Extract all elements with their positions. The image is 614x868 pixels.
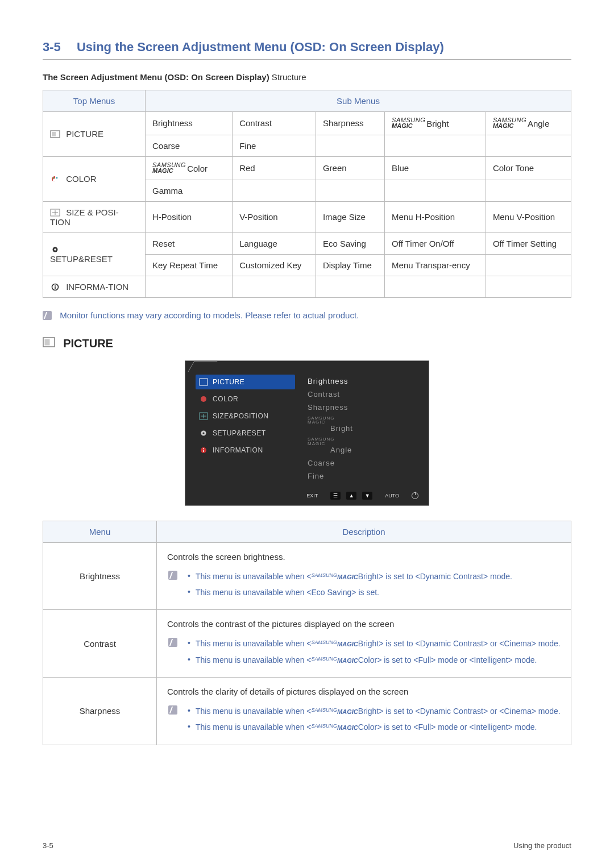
desc-table: Menu Description Brightness Controls the… (43, 521, 571, 745)
osd-left-label: SIZE&POSITION (213, 412, 269, 420)
cell: Color Tone (486, 156, 571, 180)
magic-logo: SAMSUNGMAGIC (312, 722, 358, 732)
magic-magic: MAGIC (337, 574, 358, 580)
cell (316, 276, 384, 297)
osd-left-info: INFORMATION (196, 443, 295, 458)
desc-item: This menu is unavailable when <Eco Savin… (188, 584, 561, 600)
top-menu-size: SIZE & POSI-TION (43, 201, 146, 232)
desc-text-post: > is set to <Full> mode or <Intelligent>… (377, 722, 537, 732)
desc-text-post: > is set to <Dynamic Contrast> or <Cinem… (379, 639, 560, 648)
desc-text-suffix: Bright (358, 707, 379, 716)
desc-item: This menu is unavailable when <SAMSUNGMA… (188, 568, 561, 584)
svg-point-6 (54, 248, 56, 251)
svg-rect-18 (203, 450, 204, 452)
note-text: Monitor functions may vary according to … (60, 310, 359, 320)
cell: SAMSUNG MAGIC Color (146, 156, 233, 180)
cell: Menu H-Position (385, 201, 486, 232)
structure-light: Structure (269, 72, 306, 82)
info-icon (50, 283, 60, 291)
cell (385, 276, 486, 297)
desc-text-post: > is set to <Dynamic Contrast> or <Cinem… (379, 707, 560, 716)
page-footer: 3-5 Using the product (43, 841, 571, 850)
cell: Key Repeat Time (146, 254, 233, 276)
picture-heading-row: PICTURE (43, 337, 571, 351)
desc-text-post: > is set to <Full> mode or <Intelligent>… (377, 655, 537, 665)
desc-item: This menu is unavailable when <SAMSUNGMA… (188, 652, 561, 668)
osd-left-label: SETUP&RESET (213, 429, 266, 437)
magic-logo: SAMSUNG MAGIC (392, 118, 425, 129)
svg-point-19 (203, 448, 204, 449)
magic-samsung: SAMSUNG (312, 574, 338, 578)
magic-samsung: SAMSUNG (312, 724, 338, 728)
desc-sharpness-body: Controls the clarity of details of pictu… (157, 678, 571, 745)
osd-left-label: PICTURE (213, 378, 244, 386)
th-menu: Menu (43, 521, 157, 542)
osd-right-sharpness: Sharpness (306, 401, 418, 414)
cell: Red (233, 156, 316, 180)
cell-text: Bright (426, 119, 449, 128)
note-row: Monitor functions may vary according to … (43, 310, 571, 320)
section-title: Using the Screen Adjustment Menu (OSD: O… (77, 40, 444, 54)
magic-logo: SAMSUNGMAGIC (312, 707, 358, 716)
osd-right-label: Angle (330, 446, 352, 454)
osd-left-color: COLOR (196, 392, 295, 406)
desc-sharpness-name: Sharpness (43, 678, 157, 745)
picture-icon (50, 130, 60, 138)
top-menu-info: INFORMA-TION (43, 276, 146, 297)
desc-contrast-name: Contrast (43, 610, 157, 678)
desc-item: This menu is unavailable when <SAMSUNGMA… (188, 703, 561, 719)
osd-footer-buttons: ☰ ▲ ▼ (330, 492, 372, 500)
desc-text-pre: This menu is unavailable when < (196, 722, 312, 732)
desc-text-pre: This menu is unavailable when < (196, 707, 312, 716)
osd-right-label: Bright (330, 424, 353, 433)
top-menu-setup-label: SETUP&RESET (50, 254, 113, 264)
picture-heading-icon (43, 337, 55, 347)
cell: V-Position (233, 201, 316, 232)
cell: Brightness (146, 112, 233, 135)
desc-text-pre: This menu is unavailable when < (196, 639, 312, 648)
cell: Sharpness (316, 112, 384, 135)
cell: Image Size (316, 201, 384, 232)
structure-bold: The Screen Adjustment Menu (OSD: On Scre… (43, 72, 269, 82)
section-heading: 3-5 Using the Screen Adjustment Menu (OS… (43, 40, 571, 60)
top-menu-color: COLOR (43, 156, 146, 201)
top-menu-info-label: INFORMA-TION (66, 282, 128, 292)
magic-magic: MAGIC (337, 641, 358, 647)
cell (486, 276, 571, 297)
cell: SAMSUNG MAGIC Angle (486, 112, 571, 135)
osd-screenshot: PICTURE COLOR SIZE&POSITION SETUP&RESET … (185, 360, 429, 506)
picture-icon (199, 378, 208, 386)
section-number: 3-5 (43, 40, 61, 54)
svg-rect-12 (200, 379, 208, 385)
osd-footer: EXIT ☰ ▲ ▼ AUTO (196, 492, 418, 500)
osd-left-picture: PICTURE (196, 375, 295, 389)
desc-intro: Controls the clarity of details of pictu… (167, 687, 561, 696)
osd-auto-label: AUTO (385, 493, 399, 499)
cell: Green (316, 156, 384, 180)
osd-structure-table: Top Menus Sub Menus PICTURE Brightness C… (43, 90, 571, 298)
cell: Off Timer On/Off (385, 232, 486, 254)
cell (486, 254, 571, 276)
svg-point-3 (53, 177, 54, 178)
magic-logo: SAMSUNG MAGIC (493, 118, 526, 129)
desc-text-post: > is set to <Dynamic Contrast> mode. (379, 572, 512, 581)
osd-right-coarse: Coarse (306, 456, 418, 470)
cell (486, 135, 571, 156)
gear-icon (199, 429, 208, 437)
cell-text: Angle (528, 119, 549, 128)
magic-logo: SAMSUNGMAGIC (312, 639, 358, 648)
size-icon (199, 412, 208, 420)
top-menu-color-label: COLOR (66, 174, 96, 184)
desc-item: This menu is unavailable when <SAMSUNGMA… (188, 719, 561, 735)
top-menu-setup: SETUP&RESET (43, 232, 146, 276)
th-sub-menus: Sub Menus (146, 90, 571, 112)
osd-right-menu: Brightness Contrast Sharpness SAMSUNGMAG… (306, 375, 418, 483)
cell: Language (233, 232, 316, 254)
svg-rect-1 (52, 132, 56, 136)
desc-brightness-body: Controls the screen brightness. This men… (157, 542, 571, 610)
cell (316, 180, 384, 201)
color-icon (50, 175, 60, 183)
color-icon (199, 395, 208, 403)
osd-right-fine: Fine (306, 470, 418, 483)
up-btn-icon: ▲ (346, 492, 356, 500)
